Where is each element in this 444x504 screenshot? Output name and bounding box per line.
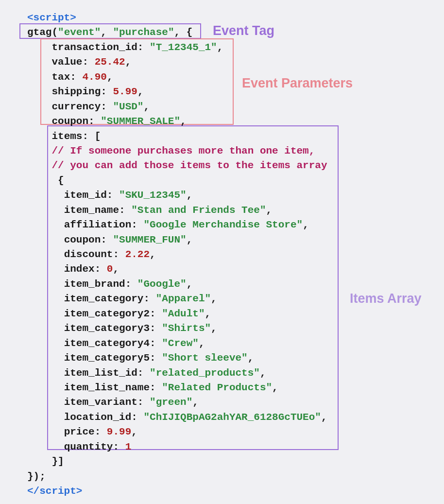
code-line: coupon: "SUMMER_SALE", bbox=[27, 114, 425, 129]
code-line: tax: 4.90, bbox=[27, 70, 425, 85]
gtag-func: gtag bbox=[27, 27, 51, 38]
script-close: </script> bbox=[27, 486, 82, 497]
code-block: Event Tag Event Parameters Items Array <… bbox=[27, 11, 425, 499]
code-line: item_category3: "Shirts", bbox=[27, 321, 425, 336]
code-line: item_variant: "green", bbox=[27, 395, 425, 410]
code-line: item_id: "SKU_12345", bbox=[27, 188, 425, 203]
code-line: item_name: "Stan and Friends Tee", bbox=[27, 203, 425, 218]
code-line: item_category: "Apparel", bbox=[27, 292, 425, 306]
code-line: item_list_name: "Related Products", bbox=[27, 381, 425, 395]
gtag-arg2: "purchase" bbox=[113, 27, 174, 38]
code-line: // you can add those items to the items … bbox=[27, 158, 425, 173]
code-line: <script> bbox=[27, 11, 425, 25]
code-line: items: [ bbox=[27, 129, 425, 144]
gtag-arg1: "event" bbox=[58, 27, 101, 38]
code-line: currency: "USD", bbox=[27, 100, 425, 114]
code-line: }); bbox=[27, 469, 425, 484]
code-line: value: 25.42, bbox=[27, 55, 425, 70]
code-line: }] bbox=[27, 454, 425, 469]
code-line: item_category4: "Crew", bbox=[27, 336, 425, 351]
code-line: coupon: "SUMMER_FUN", bbox=[27, 233, 425, 247]
code-line: gtag("event", "purchase", { bbox=[27, 25, 425, 40]
code-line: price: 9.99, bbox=[27, 425, 425, 439]
code-line: affiliation: "Google Merchandise Store", bbox=[27, 218, 425, 232]
code-line: item_category5: "Short sleeve", bbox=[27, 351, 425, 365]
code-line: index: 0, bbox=[27, 262, 425, 277]
code-line: { bbox=[27, 174, 425, 188]
code-line: </script> bbox=[27, 484, 425, 499]
code-line: item_brand: "Google", bbox=[27, 277, 425, 292]
code-line: discount: 2.22, bbox=[27, 247, 425, 262]
code-line: quantity: 1 bbox=[27, 440, 425, 454]
code-line: item_category2: "Adult", bbox=[27, 307, 425, 321]
code-line: location_id: "ChIJIQBpAG2ahYAR_6128GcTUE… bbox=[27, 410, 425, 425]
code-line: transaction_id: "T_12345_1", bbox=[27, 40, 425, 55]
code-line: // If someone purchases more than one it… bbox=[27, 144, 425, 158]
code-line: shipping: 5.99, bbox=[27, 85, 425, 99]
code-line: item_list_id: "related_products", bbox=[27, 366, 425, 381]
script-open: <script> bbox=[27, 12, 76, 23]
